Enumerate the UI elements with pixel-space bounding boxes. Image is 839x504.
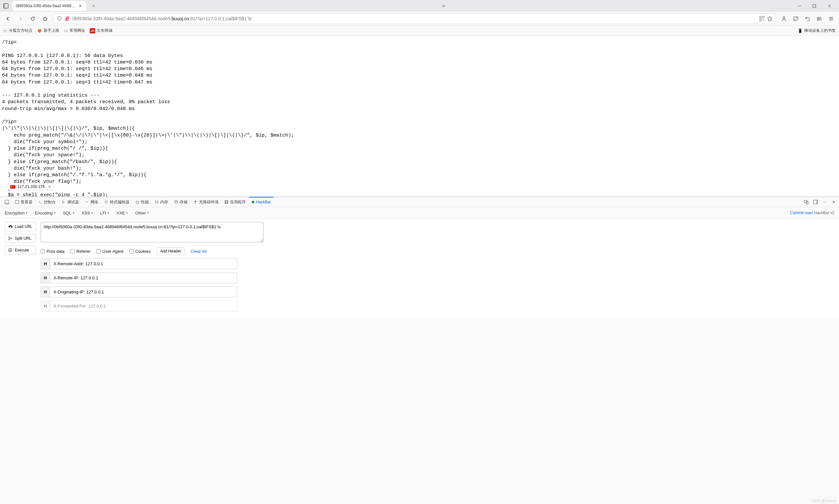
split-url-button[interactable]: Split URL (5, 234, 36, 243)
bookmark-firefox[interactable]: 🗀火狐官方站点 (3, 28, 32, 33)
tab-hackbar[interactable]: HackBar (249, 197, 274, 206)
tab-style[interactable]: 样式编辑器 (102, 197, 132, 207)
execute-button[interactable]: Execute (5, 246, 36, 255)
titlebar: 0bf9360a-33f0-40da-9aa2-4689… ✕ ＋ (0, 0, 839, 12)
header-input[interactable] (50, 258, 237, 269)
ip-info-card[interactable]: 117.21.200.176 ✕ (8, 183, 53, 190)
tab-spaces-icon[interactable] (2, 2, 10, 10)
app-menu-icon[interactable] (826, 14, 836, 23)
more-icon[interactable]: ⋯ (821, 199, 828, 205)
devtools-dock-icon[interactable] (2, 197, 12, 207)
header-badge: H (41, 258, 50, 269)
flag-cn-icon (10, 185, 15, 188)
browser-tab[interactable]: 0bf9360a-33f0-40da-9aa2-4689… ✕ (13, 1, 86, 11)
close-devtools-icon[interactable]: ✕ (831, 199, 837, 205)
svg-point-11 (783, 17, 785, 19)
menu-sql[interactable]: SQL▾ (63, 211, 74, 215)
bookmark-common[interactable]: 🗀常用网址 (64, 28, 85, 33)
tab-debugger[interactable]: 调试器 (59, 197, 82, 207)
tab-accessibility[interactable]: 无障碍环境 (191, 197, 221, 207)
menu-xss[interactable]: XSS▾ (82, 211, 93, 215)
folder-icon: 🗀 (3, 29, 7, 33)
check-label: Post data (47, 249, 65, 254)
responsive-icon[interactable] (803, 199, 809, 205)
header-input[interactable] (50, 287, 237, 298)
button-label: Load URL (15, 224, 32, 229)
check-label: Cookies (135, 249, 151, 254)
reload-button[interactable] (28, 14, 37, 23)
header-badge: H (41, 287, 50, 298)
extensions-icon[interactable] (791, 14, 800, 23)
close-icon[interactable]: ✕ (78, 3, 83, 8)
menu-lfi[interactable]: LFI▾ (100, 211, 109, 215)
new-tab-button[interactable]: ＋ (89, 1, 98, 11)
forward-button (16, 14, 25, 23)
url-input[interactable] (41, 222, 263, 242)
library-icon[interactable] (815, 14, 824, 23)
account-icon[interactable] (779, 14, 788, 23)
tab-performance[interactable]: 性能 (133, 197, 152, 207)
tab-label: 控制台 (44, 199, 56, 205)
mobile-bookmarks[interactable]: 📱移动设备上的书签 (798, 28, 836, 33)
mobile-icon: 📱 (798, 29, 803, 33)
back-button[interactable] (3, 14, 13, 23)
caret-icon: ▾ (147, 211, 149, 215)
post-data-checkbox[interactable]: Post data (41, 249, 65, 254)
referer-checkbox[interactable]: Referer (70, 249, 90, 254)
tab-storage[interactable]: 存储 (171, 197, 190, 207)
dock-side-icon[interactable] (812, 199, 819, 205)
toolbar: 0bf9360a-33f0-40da-9aa2-46894bf6454d.nod… (0, 12, 839, 25)
bookmark-jd[interactable]: JD京东商城 (90, 28, 112, 33)
menu-encryption[interactable]: Encryption▾ (5, 211, 28, 215)
home-button[interactable] (41, 14, 50, 23)
user-agent-checkbox[interactable]: User Agent (97, 249, 123, 254)
bookmark-label: 新手上路 (43, 28, 59, 33)
insecure-lock-icon[interactable] (65, 16, 70, 21)
tab-application[interactable]: 应用程序 (222, 197, 248, 207)
commit-link[interactable]: Commit now! (790, 211, 813, 215)
close-icon[interactable]: ✕ (48, 184, 51, 189)
header-input[interactable] (50, 272, 237, 283)
hackbar-body: Load URL Split URL Execute Post data Ref… (0, 219, 839, 318)
devtools-right: ⋯ ✕ (803, 199, 837, 205)
caret-icon: ▾ (26, 211, 28, 215)
tab-network[interactable]: 网络 (82, 197, 101, 207)
tab-label: 样式编辑器 (110, 199, 129, 205)
header-badge: H (41, 272, 50, 283)
tab-memory[interactable]: 内存 (152, 197, 171, 207)
menu-other[interactable]: Other▾ (135, 211, 149, 215)
svg-rect-1 (4, 4, 5, 8)
shield-icon[interactable] (57, 16, 62, 21)
dot-icon (252, 201, 254, 203)
undo-close-tab-icon[interactable] (803, 14, 812, 23)
tab-console[interactable]: 控制台 (36, 197, 58, 207)
button-label: Execute (15, 248, 29, 252)
load-url-button[interactable]: Load URL (5, 222, 36, 231)
minimize-button[interactable] (792, 0, 807, 12)
menu-encoding[interactable]: Encoding▾ (35, 211, 55, 215)
tab-label: 应用程序 (230, 199, 246, 205)
menu-xxe[interactable]: XXE▾ (116, 211, 128, 215)
qr-icon[interactable] (759, 16, 765, 21)
menu-label: LFI (100, 211, 106, 215)
bookmark-star-icon[interactable] (767, 16, 772, 21)
close-window-button[interactable] (822, 0, 837, 12)
clear-all-link[interactable]: Clear All (191, 249, 207, 254)
tabs-dropdown-icon[interactable] (442, 4, 446, 8)
maximize-button[interactable] (807, 0, 822, 12)
url-text: 0bf9360a-33f0-40da-9aa2-46894bf6454d.nod… (72, 16, 757, 21)
svg-rect-10 (764, 20, 764, 21)
header-input[interactable] (50, 301, 237, 311)
address-bar[interactable]: 0bf9360a-33f0-40da-9aa2-46894bf6454d.nod… (53, 14, 776, 24)
svg-rect-22 (227, 202, 228, 204)
bookmark-newbie[interactable]: 🦊新手上路 (37, 28, 59, 33)
folder-icon: 🗀 (64, 29, 68, 33)
cookies-checkbox[interactable]: Cookies (129, 249, 151, 254)
globe-icon: 🦊 (37, 29, 42, 33)
svg-rect-20 (227, 200, 228, 202)
bookmark-label: 常用网址 (69, 28, 85, 33)
add-header-button[interactable]: Add Header (157, 247, 185, 255)
menu-label: XSS (82, 211, 90, 215)
devtools-tabbar: 查看器 控制台 调试器 网络 样式编辑器 性能 内存 存储 无障碍环境 应用程序… (0, 197, 839, 207)
tab-inspector[interactable]: 查看器 (13, 197, 35, 207)
